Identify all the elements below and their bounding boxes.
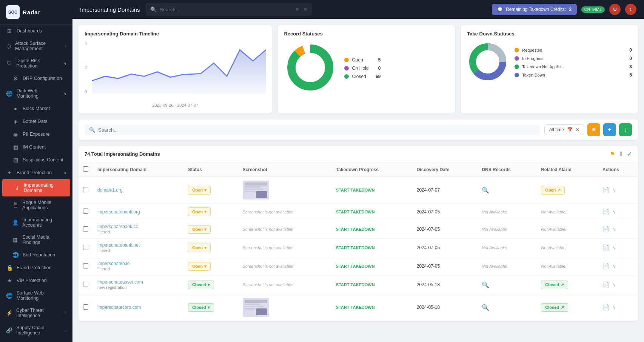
flag-icon[interactable]: ⚑ bbox=[610, 150, 615, 158]
expand-icon[interactable]: ∨ bbox=[613, 245, 616, 250]
alarm-closed-badge[interactable]: Closed ↗ bbox=[541, 303, 568, 312]
domain-link[interactable]: impersonatebank.cc bbox=[97, 224, 179, 229]
sidebar-item-supply-chain[interactable]: 🔗 Supply Chain Intelligence › bbox=[0, 322, 72, 339]
alarm-open-badge[interactable]: Open ↗ bbox=[541, 186, 565, 195]
dns-search-icon[interactable]: 🔍 bbox=[482, 282, 489, 288]
start-takedown-link[interactable]: START TAKEDOWN bbox=[336, 188, 375, 192]
filter-search-input[interactable] bbox=[98, 127, 535, 133]
file-icon[interactable]: 📄 bbox=[602, 244, 610, 251]
file-icon[interactable]: 📄 bbox=[602, 226, 610, 233]
domain-sub: filtered bbox=[97, 230, 110, 234]
filter-plus-button[interactable]: + bbox=[603, 123, 616, 136]
file-icon[interactable]: 📄 bbox=[602, 304, 610, 311]
sidebar-item-pii-exposure[interactable]: ◉ PII Exposure bbox=[0, 128, 72, 141]
search-input[interactable] bbox=[160, 7, 292, 12]
domain-link[interactable]: impersonatecorp.com bbox=[97, 305, 179, 310]
start-takedown-link[interactable]: START TAKEDOWN bbox=[336, 227, 375, 232]
action-icons: 📄 ∨ bbox=[602, 281, 633, 288]
file-icon[interactable]: 📄 bbox=[602, 187, 610, 193]
sidebar-item-brand-protection[interactable]: ✦ Brand Protection ∨ bbox=[0, 166, 72, 179]
start-takedown-link[interactable]: START TAKEDOWN bbox=[336, 264, 375, 268]
row-checkbox[interactable] bbox=[83, 245, 88, 250]
status-badge[interactable]: Closed ▾ bbox=[188, 281, 214, 289]
sidebar-item-rogue-mobile[interactable]: 📱 Rogue Mobile Applications bbox=[0, 196, 72, 214]
sidebar-item-incidents[interactable]: ⚠ Incidents › bbox=[0, 339, 72, 342]
related-alarm-cell: Open ↗ bbox=[536, 177, 598, 204]
filter-orange-button[interactable]: ≡ bbox=[587, 123, 600, 136]
sidebar-item-digital-risk[interactable]: 🛡 Digital Risk Protection ∨ bbox=[0, 55, 72, 72]
sidebar-item-impersonating-accounts[interactable]: 👤 Impersonating Accounts bbox=[0, 214, 72, 231]
sidebar-item-im-content[interactable]: ▦ IM Content bbox=[0, 141, 72, 153]
svg-point-7 bbox=[476, 51, 499, 73]
status-badge[interactable]: Open ▾ bbox=[188, 225, 211, 234]
domain-link[interactable]: impersonateb.io bbox=[97, 261, 179, 266]
select-all-checkbox[interactable] bbox=[83, 166, 88, 172]
search-close-button[interactable]: ✕ bbox=[304, 7, 307, 12]
sidebar-item-impersonating-domains[interactable]: J Impersonating Domains bbox=[2, 179, 70, 196]
notification-avatar[interactable]: 1 bbox=[625, 4, 636, 15]
row-checkbox[interactable] bbox=[83, 263, 88, 268]
dns-search-icon[interactable]: 🔍 bbox=[482, 304, 489, 311]
start-takedown-link[interactable]: START TAKEDOWN bbox=[336, 210, 375, 214]
status-badge[interactable]: Open ▾ bbox=[188, 207, 211, 216]
sidebar-item-fraud-protection[interactable]: 🔒 Fraud Protection bbox=[0, 261, 72, 274]
sidebar-item-surface-web[interactable]: 🌐 Surface Web Monitoring bbox=[0, 287, 72, 304]
alarm-na: Not Available! bbox=[541, 245, 566, 250]
domain-link[interactable]: impersonatebank.net bbox=[97, 242, 179, 248]
start-takedown-link[interactable]: START TAKEDOWN bbox=[336, 282, 375, 287]
row-checkbox[interactable] bbox=[83, 304, 88, 310]
sidebar-item-suspicious-content[interactable]: ▨ Suspicious Content bbox=[0, 153, 72, 166]
expand-icon[interactable]: ∨ bbox=[613, 282, 616, 287]
sidebar-item-dark-web[interactable]: 🌐 Dark Web Monitoring ∨ bbox=[0, 85, 72, 102]
check-icon[interactable]: ✓ bbox=[627, 150, 632, 158]
expand-icon[interactable]: ∨ bbox=[613, 209, 616, 215]
row-checkbox[interactable] bbox=[83, 209, 88, 214]
start-takedown-link[interactable]: START TAKEDOWN bbox=[336, 245, 375, 250]
sidebar-item-black-market[interactable]: ● Black Market bbox=[0, 102, 72, 115]
domain-link[interactable]: impersonateasset.com bbox=[97, 279, 179, 285]
donut-svg bbox=[284, 41, 337, 94]
sidebar-item-cyber-threat[interactable]: ⚡ Cyber Threat Intelligence › bbox=[0, 304, 72, 322]
dns-records-cell: 🔍 bbox=[477, 276, 536, 294]
status-badge[interactable]: Closed ▾ bbox=[188, 303, 214, 312]
screenshot-cell bbox=[238, 294, 331, 321]
row-checkbox[interactable] bbox=[83, 187, 88, 192]
expand-icon[interactable]: ∨ bbox=[613, 227, 616, 232]
date-clear-icon[interactable]: ✕ bbox=[576, 127, 579, 132]
file-icon[interactable]: 📄 bbox=[602, 209, 610, 215]
file-icon[interactable]: 📄 bbox=[602, 281, 610, 288]
pause-icon[interactable]: ⏸ bbox=[618, 150, 624, 158]
row-checkbox[interactable] bbox=[83, 282, 88, 287]
chevron-right-icon: › bbox=[65, 44, 66, 48]
sidebar-item-social-media[interactable]: ▦ Social Media Findings bbox=[0, 231, 72, 248]
dns-search-icon[interactable]: 🔍 bbox=[482, 187, 489, 193]
search-clear-button[interactable]: ✕ bbox=[295, 7, 299, 12]
sidebar-item-attack-surface[interactable]: ◎ Attack Surface Management › bbox=[0, 37, 72, 55]
filter-download-button[interactable]: ↓ bbox=[619, 123, 632, 136]
status-badge[interactable]: Open ▾ bbox=[188, 244, 211, 252]
expand-icon[interactable]: ∨ bbox=[613, 305, 616, 310]
sidebar-item-bad-reputation[interactable]: 🌐 Bad Reputation bbox=[0, 248, 72, 261]
status-badge[interactable]: Open ▾ bbox=[188, 186, 211, 195]
digital-risk-icon: 🛡 bbox=[6, 60, 12, 66]
expand-icon[interactable]: ∨ bbox=[613, 187, 616, 193]
sidebar-item-vip-protection[interactable]: ★ VIP Protection bbox=[0, 274, 72, 287]
status-badge[interactable]: Open ▾ bbox=[188, 262, 211, 271]
expand-icon[interactable]: ∨ bbox=[613, 264, 616, 269]
row-checkbox[interactable] bbox=[83, 226, 88, 232]
status-dropdown-icon: ▾ bbox=[208, 305, 210, 310]
date-filter[interactable]: All time 📅 ✕ bbox=[544, 124, 584, 135]
sidebar-item-botnet-data[interactable]: ◈ Botnet Data bbox=[0, 115, 72, 128]
sidebar-item-dashboards[interactable]: ⊞ Dashboards bbox=[0, 25, 72, 37]
file-icon[interactable]: 📄 bbox=[602, 263, 610, 270]
legend-taken-down: Taken Down 5 bbox=[515, 72, 632, 78]
start-takedown-link[interactable]: START TAKEDOWN bbox=[336, 305, 375, 310]
alarm-closed-badge[interactable]: Closed ↗ bbox=[541, 281, 568, 289]
sidebar-item-drp-config[interactable]: ⚙ DRP Configuration bbox=[0, 72, 72, 85]
sidebar-item-label: Dark Web Monitoring bbox=[17, 88, 60, 99]
domain-link[interactable]: impersonatebank.org bbox=[97, 209, 179, 215]
dns-records-cell: Not Available! bbox=[477, 257, 536, 276]
domain-link[interactable]: domain1.org bbox=[97, 187, 179, 193]
domain-sub: filtered bbox=[97, 267, 110, 271]
takedown-statuses-card: Take Down Statuses bbox=[461, 25, 638, 113]
